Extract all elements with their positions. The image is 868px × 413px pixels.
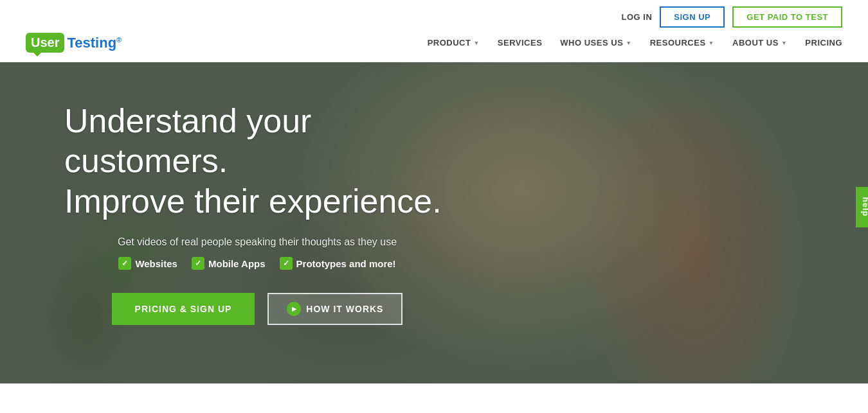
logo-user-text: User [31,35,59,50]
hero-subtext: Get videos of real people speaking their… [64,236,450,248]
feature-websites: ✓ Websites [118,257,177,270]
feature-mobile-apps: ✓ Mobile Apps [192,257,266,270]
nav-pricing[interactable]: PRICING [805,38,842,48]
main-nav: PRODUCT ▼ SERVICES WHO USES US ▼ RESOURC… [428,38,842,48]
logo[interactable]: User Testing® [26,33,122,53]
hero-buttons: PRICING & SIGN UP ▶ HOW IT WORKS [64,293,450,325]
check-icon: ✓ [118,257,131,270]
how-it-works-button[interactable]: ▶ HOW IT WORKS [267,293,402,325]
logo-testing-text: Testing® [67,35,122,51]
header-nav: User Testing® PRODUCT ▼ SERVICES WHO USE… [0,33,868,62]
help-tab[interactable]: help [856,186,868,227]
chevron-down-icon: ▼ [626,40,631,46]
nav-services[interactable]: SERVICES [498,38,543,48]
hero-heading: Understand your customers. Improve their… [64,101,450,221]
nav-who-uses-us[interactable]: WHO USES US ▼ [560,38,631,48]
site-header: LOG IN SIGN UP GET PAID TO TEST User Tes… [0,0,868,62]
check-icon: ✓ [280,257,293,270]
nav-resources[interactable]: RESOURCES ▼ [650,38,714,48]
get-paid-button[interactable]: GET PAID TO TEST [732,6,842,28]
hero-features: ✓ Websites ✓ Mobile Apps ✓ Prototypes an… [64,257,450,270]
feature-prototypes: ✓ Prototypes and more! [280,257,396,270]
nav-about-us[interactable]: ABOUT US ▼ [732,38,787,48]
play-icon: ▶ [287,302,301,316]
nav-product[interactable]: PRODUCT ▼ [428,38,480,48]
page-wrapper: LOG IN SIGN UP GET PAID TO TEST User Tes… [0,0,868,383]
signup-button[interactable]: SIGN UP [660,6,725,28]
hero-content: Understand your customers. Improve their… [0,62,450,325]
hero-section: Understand your customers. Improve their… [0,62,868,383]
chevron-down-icon: ▼ [709,40,714,46]
pricing-signup-button[interactable]: PRICING & SIGN UP [112,293,255,325]
chevron-down-icon: ▼ [781,40,787,46]
check-icon: ✓ [192,257,204,270]
logo-box: User [26,33,64,53]
chevron-down-icon: ▼ [473,40,479,46]
login-link[interactable]: LOG IN [622,12,653,22]
header-top: LOG IN SIGN UP GET PAID TO TEST [0,0,868,33]
